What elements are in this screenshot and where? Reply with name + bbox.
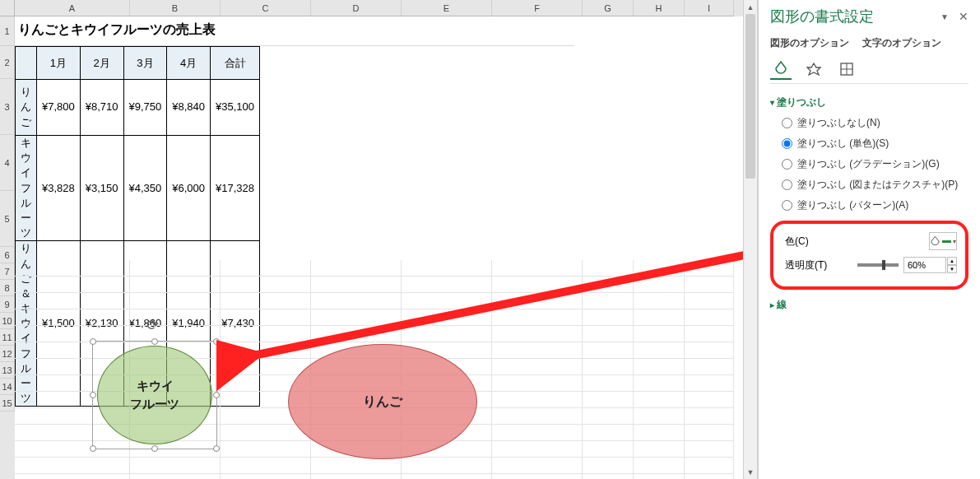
- table-header[interactable]: 3月: [123, 47, 167, 80]
- shape-text[interactable]: りんご: [288, 344, 477, 459]
- selection-handles: [92, 341, 217, 449]
- row-label[interactable]: りんご: [16, 80, 37, 136]
- transparency-input[interactable]: [903, 257, 946, 273]
- format-shape-pane: 図形の書式設定 ▼ ✕ 図形のオプション 文字のオプション 塗りつぶし 塗りつぶ…: [758, 0, 980, 479]
- fill-none-radio[interactable]: 塗りつぶしなし(N): [782, 116, 968, 130]
- svg-marker-1: [807, 63, 820, 75]
- table-cell[interactable]: ¥3,150: [80, 136, 123, 241]
- table-cell[interactable]: ¥8,840: [167, 80, 211, 136]
- column-header[interactable]: D: [311, 0, 402, 16]
- column-header[interactable]: C: [221, 0, 311, 16]
- table-header[interactable]: 1月: [37, 47, 81, 80]
- row-headers: 1 2 3 4 5 6 7 8 9 10 11 12 13 14 15: [0, 0, 15, 479]
- table-header[interactable]: 合計: [211, 47, 260, 80]
- row-header[interactable]: 13: [0, 362, 15, 379]
- row-header[interactable]: 7: [0, 263, 15, 280]
- fill-color-button[interactable]: ▾: [929, 232, 957, 250]
- tab-shape-options[interactable]: 図形のオプション: [770, 36, 849, 50]
- row-header[interactable]: 14: [0, 379, 15, 395]
- column-header[interactable]: H: [634, 0, 685, 16]
- close-icon[interactable]: ✕: [959, 10, 968, 23]
- column-header[interactable]: B: [130, 0, 221, 16]
- resize-handle[interactable]: [90, 338, 96, 345]
- shape-kiwi-ellipse[interactable]: ⟳ キウイフルーツ: [97, 346, 212, 444]
- row-header[interactable]: 3: [0, 79, 15, 135]
- row-header[interactable]: 2: [0, 46, 15, 79]
- row-label[interactable]: キウイフルーツ: [16, 136, 37, 241]
- shape-apple-ellipse[interactable]: りんご: [288, 344, 477, 459]
- spin-down-button[interactable]: ▼: [947, 265, 957, 273]
- row-header[interactable]: 4: [0, 135, 15, 191]
- transparency-label: 透明度(T): [785, 258, 857, 272]
- column-header[interactable]: F: [492, 0, 583, 16]
- vertical-scrollbar[interactable]: ▲ ▼: [743, 0, 757, 479]
- resize-handle[interactable]: [213, 338, 220, 345]
- table-header[interactable]: 4月: [167, 47, 211, 80]
- color-label: 色(C): [785, 235, 929, 249]
- tab-text-options[interactable]: 文字のオプション: [862, 36, 941, 50]
- resize-handle[interactable]: [151, 445, 158, 452]
- table-cell[interactable]: ¥35,100: [211, 80, 260, 136]
- row-header[interactable]: 12: [0, 346, 15, 362]
- effects-icon[interactable]: [803, 58, 824, 80]
- column-headers: ABCDEFGHI: [15, 0, 757, 16]
- resize-handle[interactable]: [90, 445, 96, 452]
- table-cell[interactable]: ¥4,350: [123, 136, 167, 241]
- table-cell[interactable]: ¥8,710: [80, 80, 123, 136]
- fill-pattern-radio[interactable]: 塗りつぶし (パターン)(A): [782, 198, 968, 212]
- select-all-corner[interactable]: [0, 0, 15, 16]
- rotate-handle-icon[interactable]: ⟳: [146, 316, 163, 333]
- fill-gradient-radio[interactable]: 塗りつぶし (グラデーション)(G): [782, 157, 968, 171]
- resize-handle[interactable]: [90, 392, 96, 398]
- scroll-up-button[interactable]: ▲: [744, 0, 757, 14]
- size-properties-icon[interactable]: [836, 58, 857, 80]
- table-cell[interactable]: ¥17,328: [211, 136, 260, 241]
- resize-handle[interactable]: [213, 392, 220, 398]
- column-header[interactable]: I: [685, 0, 734, 16]
- row-header[interactable]: 5: [0, 191, 15, 247]
- transparency-slider[interactable]: [857, 263, 899, 267]
- table-cell[interactable]: ¥3,828: [37, 136, 81, 241]
- paint-bucket-icon: [930, 235, 941, 247]
- scroll-thumb[interactable]: [745, 14, 755, 179]
- row-header[interactable]: 15: [0, 395, 15, 412]
- scroll-down-button[interactable]: ▼: [744, 465, 757, 479]
- pane-menu-icon[interactable]: ▼: [941, 12, 949, 21]
- row-header[interactable]: 10: [0, 313, 15, 329]
- fill-picture-radio[interactable]: 塗りつぶし (図またはテクスチャ)(P): [782, 178, 968, 192]
- highlighted-controls: 色(C) ▾ 透明度(T) ▲ ▼: [770, 221, 968, 290]
- section-line[interactable]: 線: [770, 298, 968, 312]
- table-title[interactable]: りんごとキウイフルーツの売上表: [15, 16, 574, 46]
- column-header[interactable]: E: [402, 0, 492, 16]
- spin-up-button[interactable]: ▲: [947, 257, 957, 265]
- fill-solid-radio[interactable]: 塗りつぶし (単色)(S): [782, 137, 968, 151]
- table-cell[interactable]: ¥6,000: [167, 136, 211, 241]
- row-header[interactable]: 11: [0, 329, 15, 346]
- table-header[interactable]: [16, 47, 37, 80]
- row-header[interactable]: 8: [0, 280, 15, 296]
- spreadsheet-area: 1 2 3 4 5 6 7 8 9 10 11 12 13 14 15 ABCD…: [0, 0, 758, 479]
- resize-handle[interactable]: [151, 338, 158, 345]
- row-header[interactable]: 1: [0, 16, 15, 46]
- column-header[interactable]: G: [583, 0, 634, 16]
- pane-title: 図形の書式設定: [770, 7, 874, 26]
- table-cell[interactable]: ¥9,750: [123, 80, 167, 136]
- section-fill[interactable]: 塗りつぶし: [770, 95, 968, 109]
- table-header[interactable]: 2月: [80, 47, 123, 80]
- fill-line-icon[interactable]: [770, 58, 792, 80]
- row-header[interactable]: 6: [0, 247, 15, 263]
- column-header[interactable]: A: [15, 0, 130, 16]
- row-header[interactable]: 9: [0, 296, 15, 313]
- resize-handle[interactable]: [213, 445, 220, 452]
- table-cell[interactable]: ¥7,800: [37, 80, 81, 136]
